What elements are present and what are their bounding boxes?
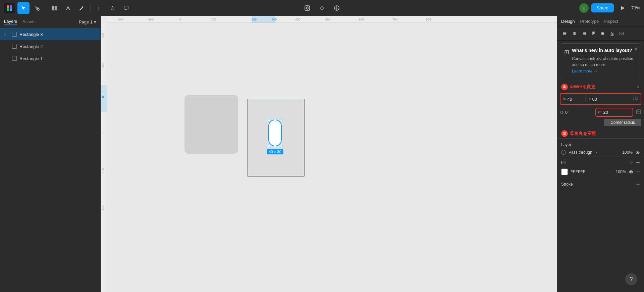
handle-bm[interactable] — [274, 145, 276, 147]
plugin-tool[interactable] — [316, 2, 328, 14]
w-label: W — [563, 97, 567, 101]
fill-hex-value[interactable]: FFFFFF — [571, 169, 613, 174]
layer-name-rectangle2: Rectangle 2 — [19, 44, 43, 49]
move-tool[interactable] — [31, 2, 43, 14]
wh-separator: | — [585, 97, 586, 101]
h-input[interactable] — [592, 97, 607, 102]
handle-tr[interactable] — [280, 119, 282, 121]
align-center-v[interactable] — [599, 30, 607, 38]
svg-rect-56 — [612, 33, 613, 35]
svg-text:500: 500 — [325, 18, 330, 21]
svg-text:400: 400 — [295, 18, 300, 21]
rotation-input[interactable] — [565, 110, 577, 115]
align-left[interactable] — [561, 30, 569, 38]
zoom-level[interactable]: 73% — [631, 5, 640, 10]
distribute-h[interactable] — [618, 30, 626, 38]
canvas[interactable]: -200 -100 0 100 265 305 400 500 600 700 … — [101, 16, 557, 292]
blend-mode-value[interactable]: Pass through — [569, 150, 592, 155]
svg-text:0: 0 — [101, 133, 105, 134]
frame-tool[interactable] — [49, 2, 61, 14]
fill-header: Fill ⁘ + — [561, 159, 640, 166]
logo-button[interactable] — [4, 3, 15, 13]
rotation-group — [560, 110, 593, 115]
wh-row: W | H — [560, 93, 641, 105]
layers-tab[interactable]: Layers — [4, 19, 17, 25]
fill-add-button[interactable]: + — [636, 159, 640, 166]
layer-item-rectangle1[interactable]: Rectangle 1 — [0, 52, 100, 64]
component-tool[interactable] — [301, 2, 313, 14]
handle-tl[interactable] — [268, 119, 270, 121]
blend-mode-chevron[interactable] — [595, 151, 598, 154]
fill-color-swatch[interactable] — [561, 168, 568, 175]
prototype-tab[interactable]: Prototype — [580, 19, 599, 24]
left-panel: Layers Assets Page 1 ▾ 0 Rectangle 3 Rec… — [0, 16, 101, 292]
inner-rectangle[interactable]: 40 × 80 — [268, 119, 282, 146]
alignment-row — [557, 27, 644, 41]
popup-close-button[interactable]: ✕ — [634, 46, 638, 52]
align-right[interactable] — [580, 30, 588, 38]
svg-rect-59 — [621, 33, 622, 34]
svg-rect-31 — [252, 16, 275, 23]
align-top[interactable] — [589, 30, 597, 38]
svg-rect-46 — [583, 33, 585, 34]
corner-radius-group[interactable] — [595, 108, 634, 117]
svg-rect-50 — [594, 32, 595, 34]
constrain-ratio-icon[interactable] — [633, 96, 638, 102]
corner-radius-input[interactable] — [603, 110, 615, 115]
stroke-add-button[interactable]: + — [636, 181, 640, 188]
handle-br[interactable] — [280, 145, 282, 147]
svg-text:-100: -100 — [148, 18, 154, 21]
inspect-tab[interactable]: Inspect — [604, 19, 618, 24]
stroke-header: Stroke + — [561, 181, 640, 188]
page-selector[interactable]: Page 1 ▾ — [79, 19, 96, 25]
opacity-value[interactable]: 100% — [622, 150, 633, 155]
rectangle2-shape[interactable] — [184, 95, 238, 154]
layer-item-rectangle2[interactable]: Rectangle 2 — [0, 40, 100, 52]
text-tool[interactable]: T — [93, 2, 105, 14]
fill-remove-button[interactable]: − — [636, 168, 640, 175]
layer-item-rectangle3[interactable]: 0 Rectangle 3 — [0, 28, 100, 40]
fill-grid-icon[interactable]: ⁘ — [629, 159, 633, 166]
autolayout-learn-more[interactable]: Learn more → — [572, 69, 598, 74]
present-button[interactable] — [616, 2, 629, 14]
svg-text:800: 800 — [426, 18, 431, 21]
align-center-h[interactable] — [571, 30, 579, 38]
canvas-content: 40 × 80 — [107, 23, 557, 292]
handle-bl[interactable] — [268, 145, 270, 147]
svg-marker-62 — [596, 152, 598, 153]
shape-label: 40 × 80 — [267, 149, 283, 154]
fill-visibility-icon[interactable] — [629, 169, 633, 174]
x-label: ✕ — [637, 84, 640, 90]
w-input[interactable] — [567, 97, 582, 102]
toolbar: T U Share 73% — [0, 0, 644, 16]
annotation2-row: ② ②角丸を変更 — [557, 129, 644, 138]
help-button[interactable]: ? — [625, 273, 637, 285]
svg-text:700: 700 — [392, 18, 397, 21]
svg-rect-2 — [7, 8, 9, 11]
pen-tool[interactable] — [62, 2, 74, 14]
hand-tool[interactable] — [107, 2, 119, 14]
svg-rect-6 — [53, 6, 57, 10]
share-button[interactable]: Share — [591, 3, 614, 12]
assets-tab[interactable]: Assets — [22, 19, 36, 25]
layer-name-rectangle1: Rectangle 1 — [19, 56, 43, 61]
rectangle3-container[interactable]: 40 × 80 — [248, 100, 304, 176]
svg-rect-40 — [564, 33, 566, 34]
visibility-icon[interactable] — [635, 150, 640, 155]
align-bottom[interactable] — [608, 30, 616, 38]
svg-text:200: 200 — [101, 205, 105, 210]
select-tool[interactable] — [17, 2, 30, 14]
expand-icon[interactable] — [636, 109, 641, 115]
comment-tool[interactable] — [120, 2, 132, 14]
annotation1-circle: ① — [561, 84, 568, 90]
theme-tool[interactable] — [331, 2, 343, 14]
svg-text:0: 0 — [179, 18, 181, 21]
annotation1-text: ①W/Hを変更 — [570, 84, 595, 90]
pencil-tool[interactable] — [75, 2, 88, 14]
handle-tm[interactable] — [274, 119, 276, 121]
svg-text:-200: -200 — [101, 63, 105, 69]
svg-rect-0 — [7, 5, 9, 8]
design-tab[interactable]: Design — [561, 19, 575, 24]
fill-opacity-value[interactable]: 100% — [616, 169, 626, 174]
annotation2-circle: ② — [561, 130, 568, 137]
